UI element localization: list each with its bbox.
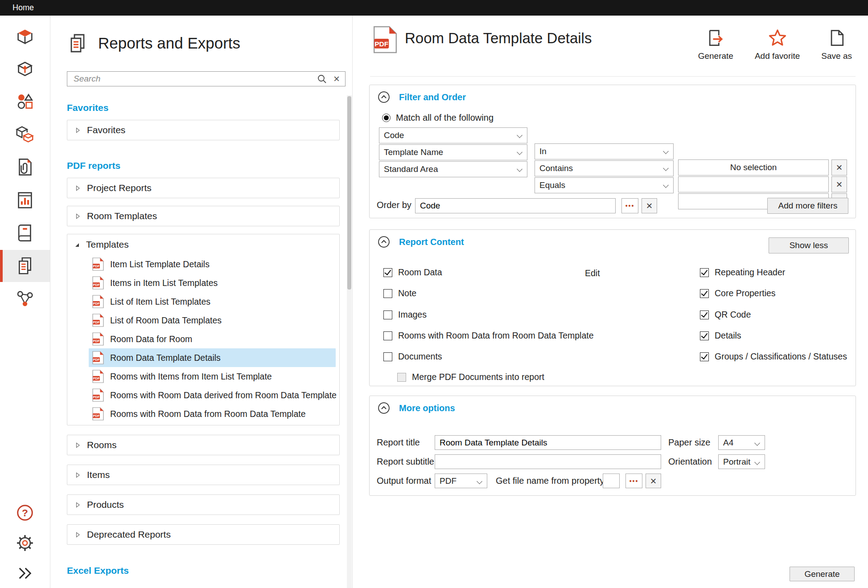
group-deprecated-reports[interactable]: Deprecated Reports — [67, 524, 340, 545]
sidebar-item-products[interactable] — [0, 118, 50, 150]
edit-link[interactable]: Edit — [585, 268, 600, 278]
filter-field-dropdown[interactable]: Code — [379, 127, 527, 143]
pdf-report-icon — [373, 26, 397, 53]
group-products[interactable]: Products — [67, 494, 340, 515]
expand-sidebar-button[interactable] — [0, 559, 50, 588]
clear-search-icon[interactable]: × — [333, 74, 341, 84]
merge-pdf-checkbox[interactable] — [397, 373, 406, 382]
report-subtitle-label: Report subtitle — [377, 457, 434, 467]
order-by-input[interactable] — [415, 198, 616, 213]
sidebar-item-relations[interactable] — [0, 283, 50, 315]
core-properties-checkbox[interactable] — [700, 289, 709, 298]
sidebar-item-items[interactable] — [0, 85, 50, 117]
generate-action-button[interactable]: Generate — [698, 28, 733, 61]
sidebar-item-catalog[interactable] — [0, 217, 50, 249]
generate-button[interactable]: Generate — [790, 567, 855, 581]
show-less-button[interactable]: Show less — [769, 237, 849, 253]
option-repeating-header[interactable]: Repeating Header — [700, 267, 785, 278]
match-all-option[interactable]: Match all of the following — [382, 113, 494, 123]
chevron-down-icon — [754, 459, 760, 465]
option-core-properties[interactable]: Core Properties — [700, 288, 776, 298]
products-module-icon — [15, 124, 35, 144]
search-box: × — [67, 71, 346, 86]
group-favorites[interactable]: Favorites — [67, 120, 340, 140]
home-tab[interactable]: Home — [0, 0, 46, 16]
template-item[interactable]: List of Item List Templates — [89, 292, 336, 311]
file-name-property-input[interactable] — [603, 474, 620, 488]
add-more-filters-button[interactable]: Add more filters — [767, 198, 848, 214]
option-note[interactable]: Note — [383, 288, 416, 298]
sidebar-item-room-function[interactable] — [0, 52, 50, 84]
template-item[interactable]: Item List Template Details — [89, 255, 336, 274]
rooms-with-room-data-checkbox[interactable] — [383, 331, 392, 340]
help-button[interactable] — [0, 498, 50, 527]
option-qr-code[interactable]: QR Code — [700, 310, 751, 320]
search-input[interactable] — [73, 74, 311, 84]
repeating-header-checkbox[interactable] — [700, 268, 709, 277]
paper-size-value: A4 — [723, 438, 733, 448]
group-project-reports[interactable]: Project Reports — [67, 178, 340, 198]
qr-code-checkbox[interactable] — [700, 310, 709, 319]
group-items[interactable]: Items — [67, 465, 340, 485]
collapse-section-icon[interactable] — [378, 236, 390, 248]
sidebar-item-rooms[interactable] — [0, 19, 50, 51]
group-room-templates[interactable]: Room Templates — [67, 206, 340, 226]
top-menu-bar: Home — [0, 0, 868, 16]
filter-and-order-section: Filter and Order Match all of the follow… — [369, 85, 856, 218]
template-item[interactable]: Rooms with Room Data derived from Room D… — [89, 386, 336, 404]
template-item[interactable]: Rooms with Room Data from Room Data Temp… — [89, 404, 336, 423]
option-label: Merge PDF Documents into report — [412, 372, 544, 382]
filter-operator-dropdown[interactable]: Equals — [535, 177, 674, 193]
match-all-radio[interactable] — [382, 114, 391, 122]
filter-field-dropdown[interactable]: Template Name — [379, 144, 527, 160]
reports-scrollbar-thumb[interactable] — [347, 96, 351, 290]
sidebar-item-attachments[interactable] — [0, 151, 50, 183]
option-label: Images — [398, 310, 427, 320]
group-templates[interactable]: Templates — [67, 234, 339, 255]
collapse-section-icon[interactable] — [378, 402, 390, 414]
template-item-selected[interactable]: Room Data Template Details — [89, 348, 336, 367]
template-item[interactable]: Room Data for Room — [89, 330, 336, 348]
building-chart-icon — [15, 190, 35, 210]
option-label: Note — [398, 288, 416, 298]
output-format-select[interactable]: PDF — [435, 474, 487, 488]
option-room-data[interactable]: Room Data — [383, 267, 442, 278]
remove-filter-button[interactable]: × — [831, 176, 847, 192]
paper-size-select[interactable]: A4 — [718, 435, 765, 450]
expander-icon — [75, 532, 81, 538]
sidebar-item-reports[interactable] — [0, 250, 50, 282]
settings-button[interactable] — [0, 528, 50, 558]
documents-checkbox[interactable] — [383, 352, 392, 361]
collapse-section-icon[interactable] — [378, 91, 390, 103]
option-merge-pdf[interactable]: Merge PDF Documents into report — [397, 372, 544, 382]
filter-field-dropdown[interactable]: Standard Area — [379, 161, 527, 177]
option-documents[interactable]: Documents — [383, 351, 442, 362]
group-rooms[interactable]: Rooms — [67, 435, 340, 455]
option-rooms-with-room-data[interactable]: Rooms with Room Data from Room Data Temp… — [383, 331, 594, 341]
option-images[interactable]: Images — [383, 310, 427, 320]
report-subtitle-input[interactable] — [435, 454, 661, 469]
details-checkbox[interactable] — [700, 331, 709, 340]
images-checkbox[interactable] — [383, 310, 392, 319]
report-title-input[interactable] — [435, 435, 661, 450]
template-item[interactable]: List of Room Data Templates — [89, 311, 336, 330]
generate-icon — [706, 28, 725, 48]
save-as-button[interactable]: Save as — [821, 28, 852, 61]
option-groups-classifications[interactable]: Groups / Classifications / Statuses — [700, 351, 847, 362]
room-data-checkbox[interactable] — [383, 268, 392, 277]
clear-file-name-property-button[interactable]: × — [646, 474, 661, 488]
file-name-property-picker-button[interactable]: ••• — [625, 474, 642, 488]
option-details[interactable]: Details — [700, 331, 741, 341]
template-item[interactable]: Items in Item List Templates — [89, 274, 336, 292]
order-by-picker-button[interactable]: ••• — [621, 198, 638, 213]
clear-order-by-button[interactable]: × — [642, 198, 657, 213]
orientation-select[interactable]: Portrait — [718, 454, 765, 469]
option-label: Groups / Classifications / Statuses — [715, 351, 847, 362]
sidebar-item-project[interactable] — [0, 184, 50, 216]
note-checkbox[interactable] — [383, 289, 392, 298]
add-favorite-button[interactable]: Add favorite — [755, 28, 800, 61]
reports-scrollbar-track[interactable] — [347, 95, 352, 588]
groups-classifications-checkbox[interactable] — [700, 352, 709, 361]
template-item[interactable]: Rooms with Items from Item List Template — [89, 367, 336, 386]
filter-value-input[interactable] — [678, 176, 829, 192]
